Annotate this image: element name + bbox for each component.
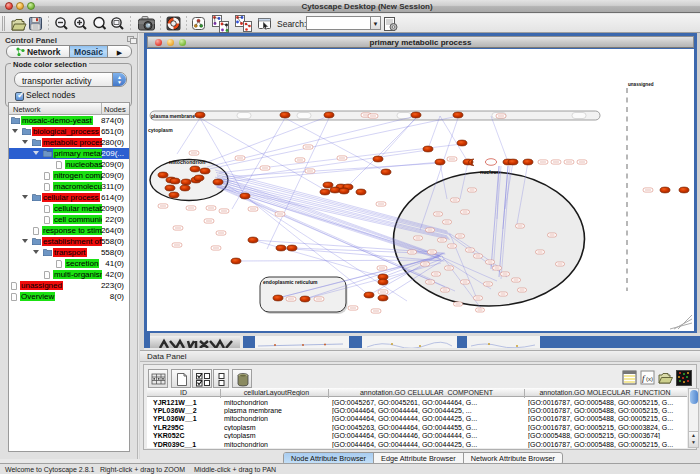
svg-text:mitochondrion: mitochondrion [169,159,205,165]
svg-text:cytoplasm: cytoplasm [148,127,173,133]
svg-text:(x): (x) [646,376,653,382]
svg-text:nucleus: nucleus [480,169,500,175]
svg-text:unassigned: unassigned [628,82,654,87]
svg-text:endoplasmic reticulum: endoplasmic reticulum [263,279,318,285]
svg-text:plasma membrane: plasma membrane [151,113,195,119]
